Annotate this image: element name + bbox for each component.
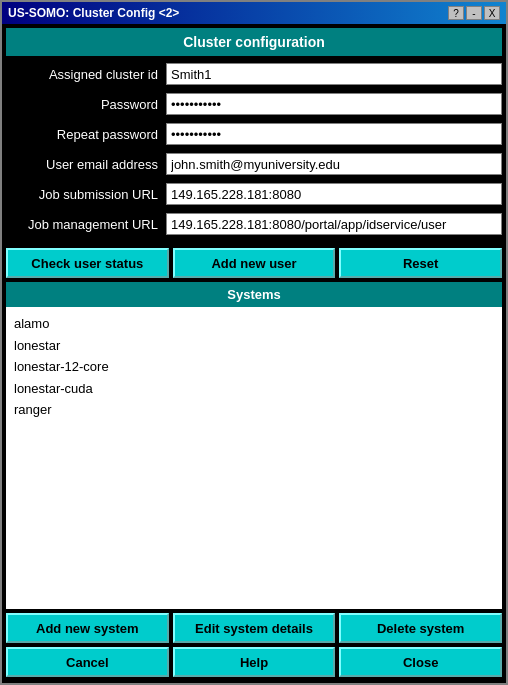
job-management-url-label: Job management URL bbox=[6, 217, 166, 232]
add-new-user-button[interactable]: Add new user bbox=[173, 248, 336, 278]
systems-list: alamo lonestar lonestar-12-core lonestar… bbox=[6, 307, 502, 609]
help-button-bottom[interactable]: Help bbox=[173, 647, 336, 677]
reset-button[interactable]: Reset bbox=[339, 248, 502, 278]
title-bar: US-SOMO: Cluster Config <2> ? - X bbox=[2, 2, 506, 24]
action-buttons-row: Check user status Add new user Reset bbox=[6, 248, 502, 278]
email-row: User email address bbox=[6, 150, 502, 178]
assigned-cluster-id-row: Assigned cluster id bbox=[6, 60, 502, 88]
help-button[interactable]: ? bbox=[448, 6, 464, 20]
close-button[interactable]: X bbox=[484, 6, 500, 20]
list-item: alamo bbox=[14, 313, 494, 335]
list-item: ranger bbox=[14, 399, 494, 421]
job-submission-url-row: Job submission URL bbox=[6, 180, 502, 208]
form-area: Assigned cluster id Password Repeat pass… bbox=[6, 58, 502, 242]
window-content: Cluster configuration Assigned cluster i… bbox=[2, 24, 506, 683]
delete-system-button[interactable]: Delete system bbox=[339, 613, 502, 643]
password-input[interactable] bbox=[166, 93, 502, 115]
bottom-buttons: Add new system Edit system details Delet… bbox=[6, 609, 502, 679]
email-input[interactable] bbox=[166, 153, 502, 175]
job-submission-url-label: Job submission URL bbox=[6, 187, 166, 202]
assigned-cluster-id-input[interactable] bbox=[166, 63, 502, 85]
repeat-password-input[interactable] bbox=[166, 123, 502, 145]
main-window: US-SOMO: Cluster Config <2> ? - X Cluste… bbox=[0, 0, 508, 685]
job-management-url-row: Job management URL bbox=[6, 210, 502, 238]
email-label: User email address bbox=[6, 157, 166, 172]
bottom-row-1: Add new system Edit system details Delet… bbox=[6, 613, 502, 643]
list-item: lonestar bbox=[14, 335, 494, 357]
add-new-system-button[interactable]: Add new system bbox=[6, 613, 169, 643]
bottom-row-2: Cancel Help Close bbox=[6, 647, 502, 677]
assigned-cluster-id-label: Assigned cluster id bbox=[6, 67, 166, 82]
title-bar-buttons: ? - X bbox=[448, 6, 500, 20]
cluster-config-header: Cluster configuration bbox=[6, 28, 502, 56]
check-user-status-button[interactable]: Check user status bbox=[6, 248, 169, 278]
job-management-url-input[interactable] bbox=[166, 213, 502, 235]
list-item: lonestar-cuda bbox=[14, 378, 494, 400]
edit-system-details-button[interactable]: Edit system details bbox=[173, 613, 336, 643]
repeat-password-row: Repeat password bbox=[6, 120, 502, 148]
list-item: lonestar-12-core bbox=[14, 356, 494, 378]
window-title: US-SOMO: Cluster Config <2> bbox=[8, 6, 179, 20]
cancel-button[interactable]: Cancel bbox=[6, 647, 169, 677]
job-submission-url-input[interactable] bbox=[166, 183, 502, 205]
systems-header: Systems bbox=[6, 282, 502, 307]
password-label: Password bbox=[6, 97, 166, 112]
repeat-password-label: Repeat password bbox=[6, 127, 166, 142]
minimize-button[interactable]: - bbox=[466, 6, 482, 20]
password-row: Password bbox=[6, 90, 502, 118]
close-button-bottom[interactable]: Close bbox=[339, 647, 502, 677]
